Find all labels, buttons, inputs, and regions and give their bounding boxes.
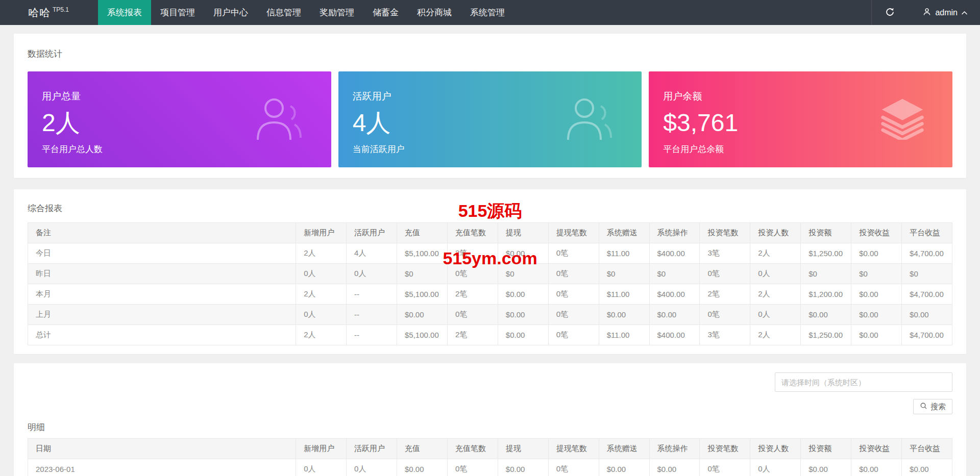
table-cell: 0人 bbox=[296, 305, 347, 325]
column-header: 提现笔数 bbox=[548, 439, 599, 459]
table-row: 上月0人--$0.000笔$0.000笔$0.00$0.000笔0人$0.00$… bbox=[28, 305, 952, 325]
column-header: 充值 bbox=[397, 439, 448, 459]
table-cell: 2人 bbox=[296, 284, 347, 305]
users-icon bbox=[564, 95, 615, 144]
nav-item-1[interactable]: 系统报表 bbox=[98, 0, 151, 25]
table-cell: 0笔 bbox=[548, 264, 599, 284]
column-header: 充值 bbox=[397, 223, 448, 243]
column-header: 充值笔数 bbox=[447, 223, 498, 243]
table-cell: $5,100.00 bbox=[397, 243, 448, 264]
table-cell: $11.00 bbox=[599, 325, 649, 345]
nav-item-4[interactable]: 信息管理 bbox=[257, 0, 310, 25]
table-cell: $0 bbox=[801, 264, 851, 284]
table-cell: 0笔 bbox=[700, 459, 750, 476]
table-cell: $0.00 bbox=[801, 305, 851, 325]
table-cell: 2笔 bbox=[447, 243, 498, 264]
column-header: 系统赠送 bbox=[599, 439, 649, 459]
column-header: 投资人数 bbox=[750, 223, 801, 243]
table-row: 昨日0人0人$00笔$00笔$0$00笔0人$0$0$0 bbox=[28, 264, 952, 284]
table-cell: 0人 bbox=[750, 305, 801, 325]
layers-icon bbox=[879, 97, 926, 142]
table-cell: $0.00 bbox=[599, 305, 649, 325]
table-cell: $0.00 bbox=[397, 305, 448, 325]
table-cell: 0人 bbox=[347, 264, 397, 284]
table-cell: 2人 bbox=[750, 243, 801, 264]
column-header: 投资收益 bbox=[851, 223, 902, 243]
column-header: 系统操作 bbox=[649, 223, 700, 243]
nav-item-7[interactable]: 积分商城 bbox=[408, 0, 461, 25]
page-content: 数据统计 用户总量 2人 平台用户总人数 bbox=[0, 25, 980, 476]
table-cell: 0笔 bbox=[548, 243, 599, 264]
app-logo-text: 哈哈 bbox=[28, 6, 51, 20]
table-cell: 今日 bbox=[28, 243, 296, 264]
table-cell: 0笔 bbox=[548, 305, 599, 325]
table-cell: 0笔 bbox=[700, 305, 750, 325]
table-cell: 0笔 bbox=[548, 459, 599, 476]
table-cell: $0.00 bbox=[851, 325, 902, 345]
table-cell: 0人 bbox=[296, 459, 347, 476]
table-cell: -- bbox=[347, 284, 397, 305]
column-header: 充值笔数 bbox=[447, 439, 498, 459]
column-header: 投资额 bbox=[801, 439, 851, 459]
table-cell: 0笔 bbox=[700, 264, 750, 284]
table-cell: 本月 bbox=[28, 284, 296, 305]
table-cell: $400.00 bbox=[649, 325, 700, 345]
table-cell: 0人 bbox=[750, 264, 801, 284]
table-cell: $0.00 bbox=[649, 305, 700, 325]
table-cell: 2笔 bbox=[700, 284, 750, 305]
table-cell: -- bbox=[347, 325, 397, 345]
column-header: 系统赠送 bbox=[599, 223, 649, 243]
nav-item-8[interactable]: 系统管理 bbox=[461, 0, 514, 25]
app-logo-version: TP5.1 bbox=[53, 6, 69, 13]
table-cell: $0.00 bbox=[649, 459, 700, 476]
stat-card-caption: 平台用户总人数 bbox=[42, 143, 331, 155]
stat-card-user-balance: 用户余额 $3,761 平台用户总余额 bbox=[649, 71, 952, 167]
column-header: 新增用户 bbox=[296, 223, 347, 243]
users-icon bbox=[254, 95, 305, 144]
table-cell: $5,100.00 bbox=[397, 284, 448, 305]
column-header: 备注 bbox=[28, 223, 296, 243]
summary-section-title: 综合报表 bbox=[28, 204, 952, 214]
nav-item-6[interactable]: 储蓄金 bbox=[363, 0, 408, 25]
search-bar: 搜索 bbox=[28, 399, 952, 414]
table-cell: $0.00 bbox=[498, 459, 548, 476]
column-header: 提现 bbox=[498, 223, 548, 243]
column-header: 投资笔数 bbox=[700, 223, 750, 243]
table-row: 本月2人--$5,100.002笔$0.000笔$11.00$400.002笔2… bbox=[28, 284, 952, 305]
table-cell: $0.00 bbox=[851, 305, 902, 325]
table-cell: 2人 bbox=[296, 325, 347, 345]
stat-cards: 用户总量 2人 平台用户总人数 活跃用户 4人 bbox=[28, 71, 952, 167]
stat-card-caption: 当前活跃用户 bbox=[353, 143, 642, 155]
nav-item-5[interactable]: 奖励管理 bbox=[310, 0, 363, 25]
user-menu[interactable]: admin bbox=[908, 0, 980, 25]
search-button[interactable]: 搜索 bbox=[913, 399, 952, 414]
table-cell: $0.00 bbox=[498, 325, 548, 345]
table-cell: 2人 bbox=[296, 243, 347, 264]
table-cell: $11.00 bbox=[599, 243, 649, 264]
nav-item-2[interactable]: 项目管理 bbox=[151, 0, 204, 25]
table-cell: $0 bbox=[498, 264, 548, 284]
table-cell: 0笔 bbox=[447, 459, 498, 476]
column-header: 提现笔数 bbox=[548, 223, 599, 243]
table-cell: 2笔 bbox=[447, 284, 498, 305]
refresh-button[interactable] bbox=[871, 0, 908, 25]
table-cell: 0笔 bbox=[447, 264, 498, 284]
detail-section-title: 明细 bbox=[28, 422, 952, 433]
table-cell: $0.00 bbox=[851, 284, 902, 305]
table-cell: $0.00 bbox=[902, 459, 952, 476]
table-cell: $4,700.00 bbox=[902, 243, 952, 264]
date-range-input[interactable] bbox=[775, 372, 952, 392]
table-row: 总计2人--$5,100.002笔$0.000笔$11.00$400.003笔2… bbox=[28, 325, 952, 345]
table-cell: $0.00 bbox=[498, 243, 548, 264]
table-cell: $4,700.00 bbox=[902, 284, 952, 305]
detail-table: 日期新增用户活跃用户充值充值笔数提现提现笔数系统赠送系统操作投资笔数投资人数投资… bbox=[28, 438, 952, 476]
stat-card-active-users: 活跃用户 4人 当前活跃用户 bbox=[338, 71, 642, 167]
navbar-right: admin bbox=[871, 0, 980, 25]
nav-item-3[interactable]: 用户中心 bbox=[204, 0, 257, 25]
table-cell: $0 bbox=[902, 264, 952, 284]
table-cell: 0人 bbox=[296, 264, 347, 284]
table-cell: $1,200.00 bbox=[801, 284, 851, 305]
stats-panel: 数据统计 用户总量 2人 平台用户总人数 bbox=[14, 34, 966, 178]
app-logo[interactable]: 哈哈 TP5.1 bbox=[0, 0, 98, 25]
column-header: 活跃用户 bbox=[347, 439, 397, 459]
